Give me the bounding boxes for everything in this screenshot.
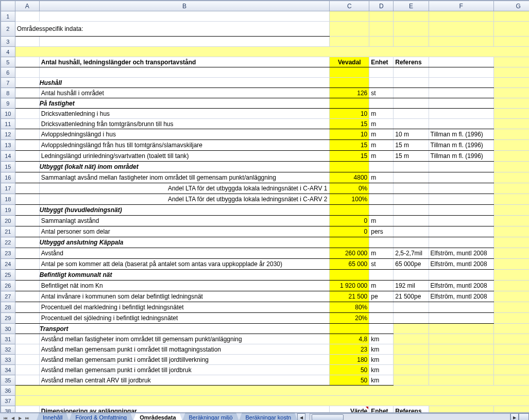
hdr-antal[interactable]: Antal hushåll, ledningslängder och trans… <box>39 57 330 67</box>
row-21[interactable]: 21 <box>1 226 15 237</box>
cell[interactable] <box>330 205 369 216</box>
cell[interactable] <box>493 248 529 259</box>
cell[interactable] <box>493 140 529 151</box>
cell[interactable] <box>394 365 429 375</box>
lbl[interactable]: Andel LTA för det utbyggda lokala lednin… <box>39 194 330 205</box>
cell[interactable] <box>15 375 39 386</box>
lbl[interactable]: Avstånd mellan gemensam punkt i området … <box>39 344 330 355</box>
row-1[interactable]: 1 <box>1 11 15 22</box>
cell[interactable] <box>369 162 394 172</box>
lbl[interactable]: Dricksvattenledning i hus <box>39 109 330 119</box>
cell[interactable] <box>15 151 39 162</box>
cell[interactable] <box>15 194 39 205</box>
row-30[interactable]: 30 <box>1 324 15 334</box>
cell[interactable] <box>15 281 39 291</box>
cell[interactable] <box>493 98 529 109</box>
val[interactable]: 15 <box>330 119 369 129</box>
cell[interactable] <box>15 313 39 324</box>
row-36[interactable]: 36 <box>1 386 15 396</box>
cell[interactable] <box>15 129 39 140</box>
cell[interactable] <box>429 334 493 344</box>
unit[interactable]: m <box>369 248 394 259</box>
cell[interactable] <box>493 355 529 365</box>
row-20[interactable]: 20 <box>1 216 15 226</box>
unit[interactable]: m <box>369 119 394 129</box>
val[interactable]: 0% <box>330 183 369 194</box>
lbl[interactable]: Avstånd mellan gemensam punkt i området … <box>39 355 330 365</box>
row-14[interactable]: 14 <box>1 151 15 162</box>
cell[interactable] <box>493 67 529 78</box>
cell[interactable] <box>394 11 429 22</box>
cell[interactable] <box>429 37 493 47</box>
cell[interactable] <box>493 57 529 67</box>
cell[interactable] <box>330 270 369 281</box>
col-G[interactable]: G <box>493 1 529 11</box>
cell[interactable] <box>429 324 493 334</box>
cell[interactable] <box>15 109 39 119</box>
cell[interactable] <box>429 313 493 324</box>
cell[interactable] <box>15 172 39 183</box>
val[interactable]: 0 <box>330 216 369 226</box>
unit[interactable]: pers <box>369 226 394 237</box>
hdr2-b[interactable]: Dimensionering av anläggningar <box>39 406 330 413</box>
val[interactable]: 260 000 <box>330 248 369 259</box>
cell[interactable] <box>15 386 529 396</box>
cell[interactable] <box>369 183 394 194</box>
cell[interactable] <box>429 11 493 22</box>
row-38[interactable]: 38 <box>1 406 15 413</box>
cell[interactable] <box>493 270 529 281</box>
page-title[interactable]: Områdesspecifik indata: <box>15 22 330 37</box>
cell[interactable] <box>429 98 493 109</box>
cell[interactable] <box>15 396 529 406</box>
cell[interactable] <box>15 98 39 109</box>
lbl[interactable]: Procentuell del sjöledning i befintligt … <box>39 313 330 324</box>
ref-val[interactable]: 10 m <box>394 129 429 140</box>
cell[interactable] <box>15 162 39 172</box>
cell[interactable] <box>394 88 429 98</box>
row-34[interactable]: 34 <box>1 365 15 375</box>
cell[interactable] <box>369 205 394 216</box>
hdr-ref[interactable]: Referens <box>394 57 429 67</box>
cell[interactable] <box>15 324 39 334</box>
cell[interactable] <box>15 140 39 151</box>
row-31[interactable]: 31 <box>1 334 15 344</box>
ref[interactable]: Tillman m fl. (1996) <box>429 129 493 140</box>
row-12[interactable]: 12 <box>1 129 15 140</box>
row-26[interactable]: 26 <box>1 281 15 291</box>
val[interactable]: 1 920 000 <box>330 281 369 291</box>
cell[interactable] <box>330 162 369 172</box>
cell[interactable] <box>15 302 39 313</box>
cell[interactable] <box>394 334 429 344</box>
cell[interactable] <box>493 22 529 37</box>
cell[interactable] <box>493 406 529 413</box>
lbl[interactable]: Ledningslängd urinledning/svartvatten (t… <box>39 151 330 162</box>
cell[interactable] <box>493 119 529 129</box>
cell[interactable] <box>369 37 394 47</box>
unit[interactable]: m <box>369 140 394 151</box>
row-11[interactable]: 11 <box>1 119 15 129</box>
cell[interactable] <box>394 302 429 313</box>
row-25[interactable]: 25 <box>1 270 15 281</box>
tab-forord[interactable]: Förord & Omfattning <box>69 413 134 420</box>
cell[interactable] <box>369 313 394 324</box>
col-B[interactable]: B <box>39 1 330 11</box>
cell[interactable] <box>429 302 493 313</box>
val[interactable]: 80% <box>330 302 369 313</box>
unit[interactable]: km <box>369 334 394 344</box>
cell[interactable] <box>394 205 429 216</box>
cell[interactable] <box>15 11 39 22</box>
hscrollbar[interactable] <box>310 413 510 420</box>
cell[interactable] <box>394 355 429 365</box>
cell[interactable] <box>429 162 493 172</box>
cell[interactable] <box>330 78 369 88</box>
cell[interactable] <box>394 194 429 205</box>
cell[interactable] <box>394 78 429 88</box>
cell[interactable] <box>369 78 394 88</box>
cell[interactable] <box>493 334 529 344</box>
cell[interactable] <box>493 37 529 47</box>
cell[interactable] <box>15 37 39 47</box>
cell[interactable] <box>15 216 39 226</box>
cell[interactable] <box>15 205 39 216</box>
cell[interactable] <box>394 344 429 355</box>
ref[interactable]: Tillman m fl. (1996) <box>429 151 493 162</box>
